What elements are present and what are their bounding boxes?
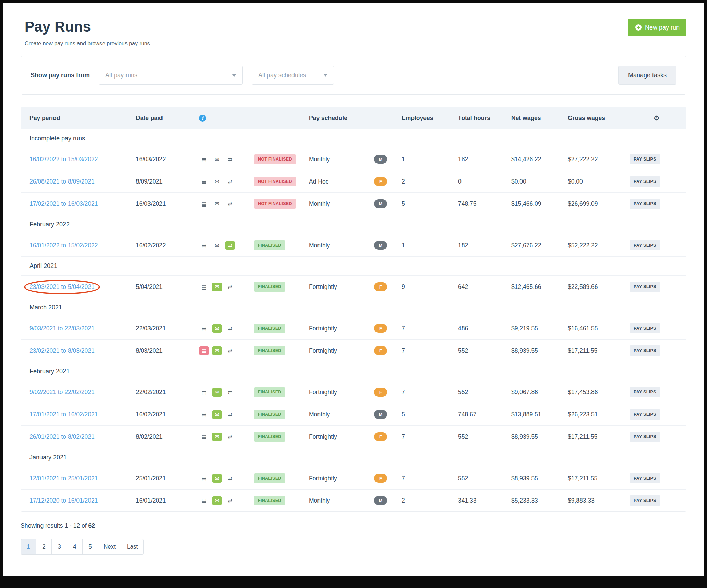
pay-slips-button[interactable]: PAY SLIPS [630, 495, 660, 506]
journal-icon[interactable]: ▤ [199, 474, 209, 483]
total-hours: 182 [458, 156, 511, 163]
pay-slips-button[interactable]: PAY SLIPS [630, 240, 660, 250]
table-row: 26/01/2021 to 8/02/20218/02/2021▤✉⇄FINAL… [21, 425, 686, 448]
pay-schedule: Fortnightly [309, 325, 374, 332]
sync-icon[interactable]: ⇄ [225, 177, 235, 186]
sync-icon[interactable]: ⇄ [225, 200, 235, 208]
date-paid: 16/01/2021 [136, 497, 193, 504]
pay-period-link[interactable]: 23/02/2021 to 8/03/2021 [29, 347, 95, 354]
journal-icon[interactable]: ▤ [199, 433, 209, 441]
pay-schedules-dropdown[interactable]: All pay schedules [252, 66, 334, 85]
sync-icon[interactable]: ⇄ [225, 241, 235, 250]
pagination-page-2[interactable]: 2 [36, 539, 52, 555]
journal-icon[interactable]: ▤ [199, 388, 209, 397]
sync-icon[interactable]: ⇄ [225, 155, 235, 164]
pay-slips-button[interactable]: PAY SLIPS [630, 473, 660, 483]
sync-icon[interactable]: ⇄ [225, 388, 235, 397]
pay-period-link[interactable]: 17/12/2020 to 16/01/2021 [29, 497, 98, 504]
gross-wages: $17,211.55 [568, 347, 630, 354]
pay-slips-button[interactable]: PAY SLIPS [630, 345, 660, 356]
envelope-icon[interactable]: ✉ [212, 283, 222, 291]
pay-slips-button[interactable]: PAY SLIPS [630, 282, 660, 292]
employees-count: 7 [402, 347, 458, 354]
envelope-icon[interactable]: ✉ [212, 241, 222, 250]
sync-icon[interactable]: ⇄ [225, 433, 235, 441]
sync-icon[interactable]: ⇄ [225, 346, 235, 355]
pagination: 12345NextLast [21, 539, 144, 555]
envelope-icon[interactable]: ✉ [212, 433, 222, 441]
journal-icon[interactable]: ▤ [199, 346, 209, 355]
journal-icon[interactable]: ▤ [199, 155, 209, 164]
pay-period-link[interactable]: 17/02/2021 to 16/03/2021 [29, 200, 98, 207]
journal-icon[interactable]: ▤ [199, 410, 209, 419]
envelope-icon[interactable]: ✉ [212, 474, 222, 483]
net-wages: $8,939.55 [511, 475, 568, 482]
sync-icon[interactable]: ⇄ [225, 324, 235, 333]
journal-icon[interactable]: ▤ [199, 496, 209, 505]
pay-period-link[interactable]: 17/01/2021 to 16/02/2021 [29, 411, 98, 418]
envelope-icon[interactable]: ✉ [212, 177, 222, 186]
info-icon[interactable]: i [199, 115, 206, 122]
schedule-frequency-badge: F [374, 324, 387, 333]
table-row: 9/03/2021 to 22/03/202122/03/2021▤✉⇄FINA… [21, 317, 686, 339]
pay-slips-button[interactable]: PAY SLIPS [630, 176, 660, 187]
journal-icon[interactable]: ▤ [199, 324, 209, 333]
pay-slips-button[interactable]: PAY SLIPS [630, 154, 660, 164]
pay-period-link[interactable]: 12/01/2021 to 25/01/2021 [29, 475, 98, 482]
status-badge: NOT FINALISED [254, 177, 296, 186]
pay-period-link[interactable]: 16/02/2022 to 15/03/2022 [29, 156, 98, 163]
pay-period-link[interactable]: 16/01/2022 to 15/02/2022 [29, 242, 98, 249]
envelope-icon[interactable]: ✉ [212, 324, 222, 333]
pagination-page-4[interactable]: 4 [67, 539, 83, 555]
status-badge: FINALISED [254, 387, 285, 397]
sync-icon[interactable]: ⇄ [225, 283, 235, 291]
pagination-page-1[interactable]: 1 [21, 539, 36, 555]
journal-icon[interactable]: ▤ [199, 200, 209, 208]
pagination-page-5[interactable]: 5 [82, 539, 98, 555]
filter-label: Show pay runs from [31, 72, 90, 79]
pagination-page-3[interactable]: 3 [51, 539, 67, 555]
pay-slips-button[interactable]: PAY SLIPS [630, 323, 660, 333]
table-row: 26/08/2021 to 8/09/20218/09/2021▤✉⇄NOT F… [21, 170, 686, 192]
envelope-icon[interactable]: ✉ [212, 346, 222, 355]
pay-period-link[interactable]: 9/03/2021 to 22/03/2021 [29, 325, 95, 332]
employees-count: 9 [402, 283, 458, 291]
sync-icon[interactable]: ⇄ [225, 410, 235, 419]
schedule-frequency-badge: M [374, 155, 387, 164]
envelope-icon[interactable]: ✉ [212, 410, 222, 419]
pagination-last-button[interactable]: Last [121, 539, 144, 555]
envelope-icon[interactable]: ✉ [212, 155, 222, 164]
col-pay-schedule: Pay schedule [309, 115, 374, 122]
sync-icon[interactable]: ⇄ [225, 496, 235, 505]
pagination-next-button[interactable]: Next [98, 539, 121, 555]
pay-period-link[interactable]: 9/02/2021 to 22/02/2021 [29, 389, 95, 396]
pay-period-link[interactable]: 26/01/2021 to 8/02/2021 [29, 433, 95, 440]
schedule-frequency-badge: F [374, 388, 387, 397]
journal-icon[interactable]: ▤ [199, 241, 209, 250]
journal-icon[interactable]: ▤ [199, 283, 209, 291]
envelope-icon[interactable]: ✉ [212, 388, 222, 397]
sync-icon[interactable]: ⇄ [225, 474, 235, 483]
pay-slips-button[interactable]: PAY SLIPS [630, 199, 660, 209]
pay-runs-dropdown[interactable]: All pay runs [99, 66, 243, 85]
schedule-frequency-badge: M [374, 496, 387, 505]
net-wages: $8,939.55 [511, 347, 568, 354]
pay-schedule: Monthly [309, 411, 374, 418]
total-hours: 552 [458, 433, 511, 440]
envelope-icon[interactable]: ✉ [212, 200, 222, 208]
pay-slips-button[interactable]: PAY SLIPS [630, 387, 660, 397]
col-total-hours: Total hours [458, 115, 511, 122]
pay-period-link[interactable]: 23/03/2021 to 5/04/2021 [29, 283, 95, 290]
results-summary: Showing results 1 - 12 of 62 [21, 522, 686, 529]
employees-count: 5 [402, 200, 458, 208]
pay-slips-button[interactable]: PAY SLIPS [630, 409, 660, 420]
status-badge: FINALISED [254, 324, 285, 333]
envelope-icon[interactable]: ✉ [212, 496, 222, 505]
pay-period-link[interactable]: 26/08/2021 to 8/09/2021 [29, 178, 95, 185]
page-subtitle: Create new pay runs and browse previous … [25, 40, 150, 47]
gear-icon[interactable]: ⚙ [654, 114, 660, 122]
pay-slips-button[interactable]: PAY SLIPS [630, 432, 660, 442]
journal-icon[interactable]: ▤ [199, 177, 209, 186]
new-pay-run-button[interactable]: New pay run [628, 19, 686, 36]
manage-tasks-button[interactable]: Manage tasks [618, 66, 676, 85]
